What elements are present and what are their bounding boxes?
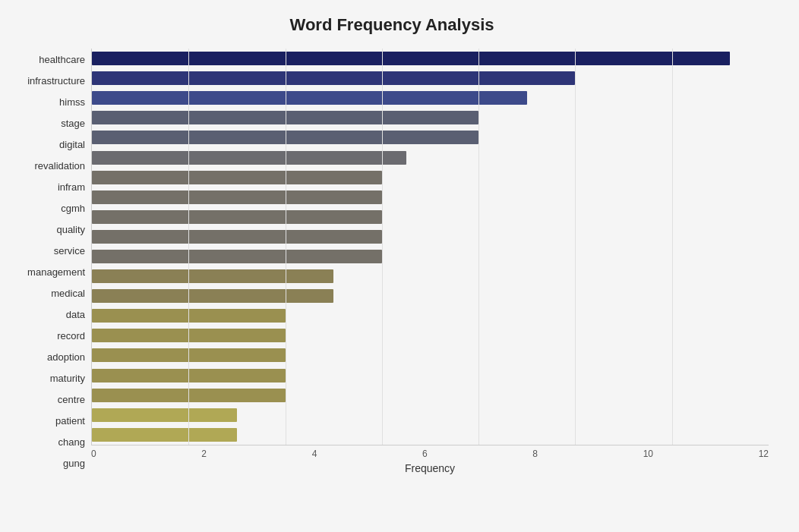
y-label: management (27, 267, 85, 277)
x-tick: 4 (312, 449, 317, 459)
grid-line (92, 49, 93, 445)
bar (92, 190, 382, 204)
bar-row (92, 228, 769, 246)
y-label: record (57, 331, 85, 341)
bar-row (92, 367, 769, 385)
y-label: revalidation (35, 161, 86, 171)
x-tick: 12 (759, 449, 769, 459)
y-label: maturity (50, 373, 85, 383)
y-label: quality (56, 225, 85, 235)
bar (92, 250, 382, 263)
grid-line (382, 49, 383, 445)
chart-title: Word Frequency Analysis (15, 15, 769, 35)
bar-row (92, 69, 769, 87)
bar-row (92, 267, 769, 285)
bar-row (92, 307, 769, 325)
y-label: centre (58, 395, 85, 405)
x-tick: 10 (643, 449, 653, 459)
bar (92, 171, 382, 184)
bar-row (92, 49, 769, 68)
y-label: data (66, 310, 85, 320)
y-label: service (54, 246, 85, 256)
y-label: chang (58, 437, 85, 447)
grid-line (286, 49, 286, 445)
y-label: healthcare (39, 55, 85, 65)
y-label: stage (61, 118, 85, 128)
y-label: himss (59, 97, 85, 107)
bar-row (92, 247, 769, 266)
bar (92, 289, 333, 303)
y-label: cgmh (61, 203, 85, 213)
x-tick: 0 (91, 449, 96, 459)
bar (92, 151, 406, 165)
bar (92, 210, 382, 224)
bar (92, 408, 237, 422)
plot-area: 024681012 Frequency (91, 49, 769, 474)
x-tick: 6 (422, 449, 428, 459)
bar-row (92, 287, 769, 305)
x-tick: 8 (532, 449, 538, 459)
y-label: medical (51, 288, 85, 298)
y-label: digital (59, 140, 85, 150)
bar (92, 230, 382, 244)
bar-row (92, 128, 769, 146)
y-axis-labels: healthcareinfrastructurehimssstagedigita… (15, 49, 91, 474)
y-label: adoption (47, 352, 85, 362)
bar (92, 71, 575, 85)
bar-row (92, 168, 769, 187)
x-tick: 2 (201, 449, 207, 459)
bar-row (92, 208, 769, 226)
y-label: patient (55, 416, 85, 426)
bar-row (92, 149, 769, 167)
y-label: infram (58, 182, 85, 192)
grid-line (478, 49, 479, 445)
bars-wrapper (91, 49, 769, 445)
x-axis: 024681012 (91, 445, 769, 459)
bar (92, 428, 237, 442)
bar (92, 52, 730, 65)
grid-line (575, 49, 576, 445)
bar (92, 269, 333, 283)
chart-container: Word Frequency Analysis healthcareinfras… (0, 0, 799, 532)
bar-row (92, 386, 769, 405)
x-axis-label: Frequency (91, 462, 769, 474)
chart-area: healthcareinfrastructurehimssstagedigita… (15, 49, 769, 474)
bar-row (92, 89, 769, 107)
grid-line (672, 49, 673, 445)
bar-row (92, 188, 769, 206)
y-label: gung (63, 458, 85, 468)
bar-row (92, 426, 769, 444)
bar-row (92, 406, 769, 424)
bar (92, 91, 527, 105)
bar-row (92, 326, 769, 345)
grid-line (188, 49, 189, 445)
y-label: infrastructure (27, 76, 85, 86)
bar-row (92, 109, 769, 127)
bar-row (92, 346, 769, 364)
